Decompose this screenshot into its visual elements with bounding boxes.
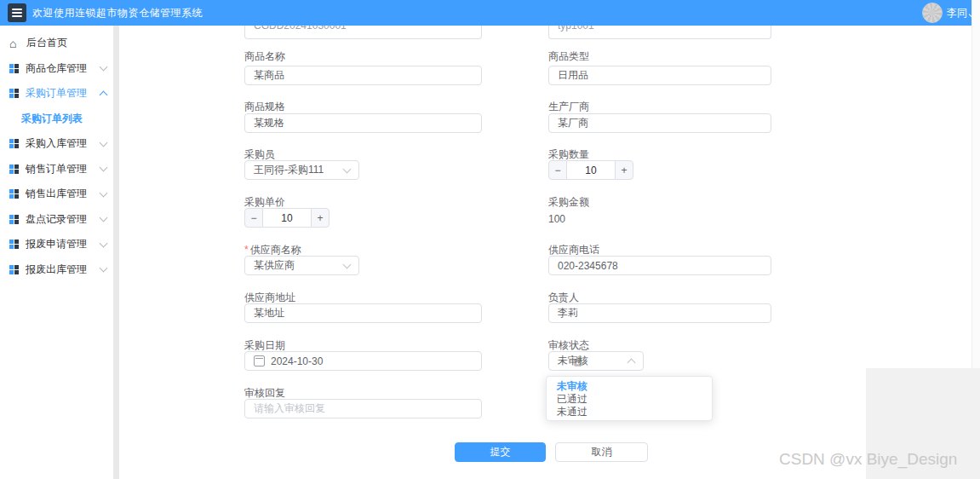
unit-price-value[interactable]: 10 (263, 208, 311, 228)
sidebar-item-purchase-inbound[interactable]: 采购入库管理 (0, 131, 113, 157)
manufacturer-label: 生产厂商 (548, 100, 589, 114)
grid-icon (9, 164, 19, 174)
audit-reply-field[interactable]: 请输入审核回复 (244, 399, 482, 418)
grid-icon (9, 215, 19, 224)
product-spec-field[interactable]: 某规格 (244, 113, 482, 133)
product-type-field[interactable]: 日用品 (548, 66, 771, 85)
grid-icon (9, 64, 19, 73)
dropdown-option-rejected[interactable]: 未通过 (547, 406, 712, 418)
quantity-value[interactable]: 10 (567, 160, 615, 180)
sidebar-item-sales-orders[interactable]: 销售订单管理 (0, 157, 113, 182)
chevron-down-icon (100, 138, 108, 147)
required-asterisk: * (244, 244, 249, 256)
sidebar-item-scrap-outbound[interactable]: 报废出库管理 (0, 257, 113, 283)
sidebar-item-purchase-order-list[interactable]: 采购订单列表 (0, 107, 113, 132)
sidebar-item-stocktake-records[interactable]: 盘点记录管理 (0, 207, 113, 233)
order-no-field[interactable]: CGDD20241030001 (244, 26, 482, 39)
chevron-down-icon (100, 239, 108, 247)
chevron-up-icon (628, 358, 636, 366)
product-type-label: 商品类型 (548, 49, 589, 64)
quantity-stepper: − 10 + (548, 160, 633, 180)
cancel-button[interactable]: 取消 (555, 442, 648, 462)
chevron-up-icon (100, 90, 108, 99)
grid-icon (9, 240, 19, 249)
product-name-field[interactable]: 某商品 (244, 66, 482, 85)
grid-icon (9, 265, 19, 274)
supplier-address-field[interactable]: 某地址 (244, 303, 482, 323)
product-no-field[interactable]: typ1001 (548, 26, 771, 39)
chevron-down-icon (100, 63, 108, 72)
dropdown-option-unreviewed[interactable]: 未审核 (547, 380, 712, 393)
buyer-select[interactable]: 王同得-采购111 (244, 160, 359, 180)
grid-icon (9, 139, 19, 148)
app-window: 欢迎使用连锁超市物资仓储管理系统 李同得 ⌂ 后台首页 商品仓库管理 采购订单管… (0, 0, 980, 479)
product-spec-label: 商品规格 (244, 100, 285, 114)
app-title: 欢迎使用连锁超市物资仓储管理系统 (32, 0, 203, 26)
chevron-down-icon (100, 164, 108, 172)
grid-icon (9, 89, 19, 98)
unit-price-stepper: − 10 + (244, 208, 330, 228)
watermark-text: CSDN @vx Biye_Design (779, 450, 957, 469)
hamburger-menu-button[interactable] (8, 3, 26, 22)
chevron-down-icon (343, 164, 352, 173)
supplier-phone-field[interactable]: 020-2345678 (548, 256, 771, 275)
top-header-bar: 欢迎使用连锁超市物资仓储管理系统 李同得 (0, 0, 971, 26)
manufacturer-field[interactable]: 某厂商 (548, 113, 771, 133)
home-icon: ⌂ (9, 38, 21, 49)
quantity-increase-button[interactable]: + (615, 160, 633, 180)
sidebar-item-sales-outbound[interactable]: 销售出库管理 (0, 182, 113, 207)
sidebar-nav: ⌂ 后台首页 商品仓库管理 采购订单管理 采购订单列表 采购入库管理 销售订单管… (0, 26, 113, 479)
calendar-icon (254, 355, 265, 366)
hamburger-menu-icon (12, 9, 22, 10)
grid-icon (9, 189, 19, 199)
chevron-down-icon (343, 260, 352, 268)
submit-button[interactable]: 提交 (455, 442, 546, 462)
sidebar-item-purchase-orders[interactable]: 采购订单管理 (0, 81, 113, 107)
chevron-down-icon (100, 214, 108, 222)
unit-price-decrease-button[interactable]: − (244, 208, 263, 228)
dropdown-option-approved[interactable]: 已通过 (547, 393, 712, 406)
sidebar-item-scrap-requests[interactable]: 报废申请管理 (0, 232, 113, 257)
manager-field[interactable]: 李莉 (548, 303, 771, 323)
chevron-down-icon (100, 188, 108, 197)
user-avatar[interactable] (922, 3, 943, 23)
amount-value: 100 (548, 213, 565, 225)
product-name-label: 商品名称 (244, 49, 285, 64)
chevron-down-icon (100, 264, 108, 273)
sidebar-scrollbar[interactable] (113, 26, 119, 479)
quantity-decrease-button[interactable]: − (548, 160, 567, 180)
amount-label: 采购金额 (548, 195, 589, 210)
purchase-date-field[interactable]: 2024-10-30 (244, 351, 482, 371)
sidebar-item-warehouse[interactable]: 商品仓库管理 (0, 56, 113, 82)
sidebar-item-dashboard[interactable]: ⌂ 后台首页 (0, 31, 113, 56)
audit-status-dropdown: 未审核 已通过 未通过 (546, 376, 713, 421)
hand-cursor-icon: ☝ (574, 354, 582, 369)
unit-price-increase-button[interactable]: + (311, 208, 330, 228)
username-dropdown[interactable]: 李同得 (947, 0, 971, 26)
supplier-name-select[interactable]: 某供应商 (244, 256, 359, 275)
audit-status-select[interactable]: 未审核 (548, 351, 644, 371)
